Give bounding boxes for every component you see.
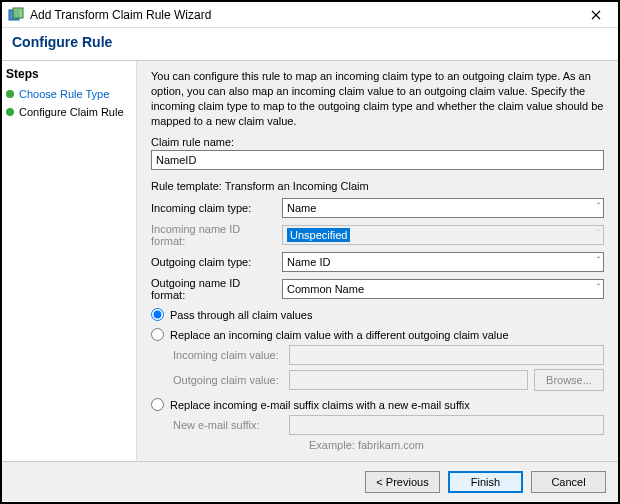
step-configure-claim-rule[interactable]: Configure Claim Rule xyxy=(6,103,132,121)
combo-value: Name xyxy=(287,202,316,214)
incoming-claim-value-label: Incoming claim value: xyxy=(173,349,283,361)
incoming-claim-value-input xyxy=(289,345,604,365)
window-title: Add Transform Claim Rule Wizard xyxy=(30,8,580,22)
app-icon xyxy=(8,7,24,23)
step-bullet-icon xyxy=(6,90,14,98)
radio-pass-through[interactable] xyxy=(151,308,164,321)
radio-replace-suffix[interactable] xyxy=(151,398,164,411)
incoming-claim-type-label: Incoming claim type: xyxy=(151,202,276,214)
browse-button: Browse... xyxy=(534,369,604,391)
steps-panel: Steps Choose Rule Type Configure Claim R… xyxy=(2,61,137,461)
outgoing-nameid-format-combo[interactable]: Common Name ˇ xyxy=(282,279,604,299)
radio-replace-value-label: Replace an incoming claim value with a d… xyxy=(170,329,509,341)
radio-replace-suffix-label: Replace incoming e-mail suffix claims wi… xyxy=(170,399,470,411)
svg-rect-1 xyxy=(13,8,23,18)
outgoing-claim-type-combo[interactable]: Name ID ˇ xyxy=(282,252,604,272)
radio-replace-value[interactable] xyxy=(151,328,164,341)
chevron-down-icon: ˇ xyxy=(597,282,600,292)
example-text: Example: fabrikam.com xyxy=(309,439,604,451)
previous-button[interactable]: < Previous xyxy=(365,471,440,493)
rule-template-label: Rule template: Transform an Incoming Cla… xyxy=(151,180,604,192)
outgoing-nameid-format-label: Outgoing name ID format: xyxy=(151,277,276,301)
chevron-down-icon: ˇ xyxy=(597,201,600,211)
outgoing-claim-type-label: Outgoing claim type: xyxy=(151,256,276,268)
close-button[interactable] xyxy=(580,4,612,26)
claim-rule-name-input[interactable] xyxy=(151,150,604,170)
finish-button[interactable]: Finish xyxy=(448,471,523,493)
combo-value: Unspecified xyxy=(287,228,350,242)
step-choose-rule-type[interactable]: Choose Rule Type xyxy=(6,85,132,103)
incoming-claim-type-combo[interactable]: Name ˇ xyxy=(282,198,604,218)
description-text: You can configure this rule to map an in… xyxy=(151,69,604,128)
cancel-button[interactable]: Cancel xyxy=(531,471,606,493)
incoming-nameid-format-label: Incoming name ID format: xyxy=(151,223,276,247)
step-label: Configure Claim Rule xyxy=(19,106,124,118)
footer: < Previous Finish Cancel xyxy=(2,461,618,501)
step-bullet-icon xyxy=(6,108,14,116)
outgoing-claim-value-input xyxy=(289,370,528,390)
new-email-suffix-input xyxy=(289,415,604,435)
steps-header: Steps xyxy=(6,67,132,81)
main-panel: You can configure this rule to map an in… xyxy=(137,61,618,461)
radio-pass-through-label: Pass through all claim values xyxy=(170,309,312,321)
page-title: Configure Rule xyxy=(2,28,618,61)
combo-value: Common Name xyxy=(287,283,364,295)
incoming-nameid-format-combo: Unspecified ˇ xyxy=(282,225,604,245)
claim-rule-name-label: Claim rule name: xyxy=(151,136,604,148)
chevron-down-icon: ˇ xyxy=(597,228,600,238)
step-label: Choose Rule Type xyxy=(19,88,109,100)
titlebar: Add Transform Claim Rule Wizard xyxy=(2,2,618,28)
combo-value: Name ID xyxy=(287,256,330,268)
outgoing-claim-value-label: Outgoing claim value: xyxy=(173,374,283,386)
new-email-suffix-label: New e-mail suffix: xyxy=(173,419,283,431)
chevron-down-icon: ˇ xyxy=(597,255,600,265)
